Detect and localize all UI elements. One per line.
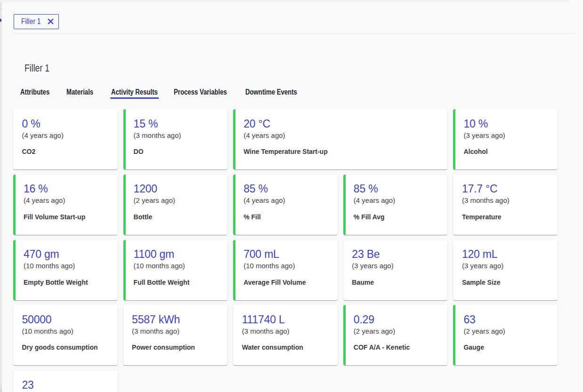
side-panel-hairline: [0, 4, 2, 4]
metric-value: 15 %: [134, 117, 222, 130]
metric-value: 120 mL: [462, 248, 552, 261]
metric-age: (2 years ago): [354, 327, 442, 335]
metric-label: Bottle: [134, 213, 222, 222]
metric-value: 470 gm: [24, 248, 112, 261]
page-title: Filler 1: [24, 63, 49, 74]
metric-card: 10 % (3 years ago) Alcohol: [453, 109, 558, 169]
metric-value: 0.29: [354, 313, 442, 326]
metric-label: Dry goods consumption: [22, 344, 112, 352]
metric-label: Power consumption: [132, 344, 222, 352]
metric-value: 111740 L: [242, 313, 332, 326]
tab-label: Activity Results: [111, 88, 158, 97]
metric-age: (4 years ago): [24, 196, 112, 204]
metric-label: % Fill: [243, 213, 332, 222]
metric-card: 23: [13, 370, 118, 392]
metric-age: (2 years ago): [134, 196, 222, 204]
metric-card: 15 % (3 months ago) DO: [123, 109, 228, 169]
metric-card: 1100 gm (10 months ago) Full Bottle Weig…: [123, 240, 228, 300]
top-edge-strip: [0, 0, 569, 2]
tab-label: Downtime Events: [245, 88, 297, 97]
metric-value: 85 %: [354, 182, 442, 195]
metric-card: 700 mL (10 months ago) Average Fill Volu…: [233, 240, 338, 300]
metric-age: (4 years ago): [243, 196, 332, 204]
metric-card: 85 % (4 years ago) % Fill: [233, 175, 338, 235]
metric-label: Average Fill Volume: [243, 279, 332, 287]
metric-value: 50000: [22, 313, 112, 326]
metric-age: (3 years ago): [352, 262, 442, 270]
filter-chip[interactable]: Filler 1: [14, 14, 59, 29]
metric-age: (3 months ago): [134, 131, 222, 139]
tab-label: Process Variables: [174, 88, 227, 97]
metric-label: Fill Volume Start-up: [24, 213, 112, 222]
metric-value: 23 Be: [352, 248, 442, 261]
screen: Filler 1 Filler 1 Attributes Materials A…: [0, 0, 583, 392]
tab-activity-results[interactable]: Activity Results: [111, 88, 168, 98]
metric-label: % Fill Avg: [354, 213, 442, 222]
metric-value: 10 %: [463, 117, 552, 130]
metric-value: 1200: [134, 182, 222, 195]
tab-materials[interactable]: Materials: [66, 88, 99, 98]
metric-card: 85 % (4 years ago) % Fill Avg: [343, 175, 448, 235]
metric-card: 63 (2 years ago) Gauge: [453, 305, 558, 365]
metric-age: (3 months ago): [242, 327, 332, 335]
metric-card: 20 °C (4 years ago) Wine Temperature Sta…: [233, 109, 447, 169]
metric-card: 50000 (10 months ago) Dry goods consumpt…: [13, 305, 118, 365]
side-panel-edge-notch: [0, 390, 2, 392]
metric-card: 0.29 (2 years ago) COF A/A - Kenetic: [343, 305, 448, 365]
metric-value: 16 %: [24, 182, 112, 195]
metric-age: (3 years ago): [462, 262, 552, 270]
collapsed-side-panel-edge[interactable]: [0, 2, 2, 392]
cards-grid: 0 % (4 years ago) CO2 15 % (3 months ago…: [13, 109, 558, 392]
metric-age: (4 years ago): [243, 131, 442, 139]
tab-downtime-events[interactable]: Downtime Events: [245, 88, 308, 98]
metric-value: 20 °C: [243, 117, 442, 130]
side-panel-edge-top: [0, 2, 2, 28]
metric-age: (2 years ago): [463, 327, 552, 335]
metric-card: 23 Be (3 years ago) Baume: [343, 240, 448, 300]
tab-attributes[interactable]: Attributes: [20, 88, 56, 98]
metric-card: 16 % (4 years ago) Fill Volume Start-up: [13, 175, 118, 235]
expand-panel-icon[interactable]: [0, 18, 2, 22]
divider: [13, 33, 575, 34]
metric-label: DO: [134, 148, 222, 156]
metric-age: (3 months ago): [132, 327, 222, 335]
metric-card: 111740 L (3 months ago) Water consumptio…: [233, 305, 338, 365]
tab-process-variables[interactable]: Process Variables: [174, 88, 238, 98]
metric-value: 1100 gm: [134, 248, 222, 261]
metric-card: 120 mL (3 years ago) Sample Size: [453, 240, 558, 300]
metric-age: (10 months ago): [243, 262, 332, 270]
metric-label: Water consumption: [242, 344, 332, 352]
metric-age: (10 months ago): [134, 262, 222, 270]
metric-value: 0 %: [22, 117, 112, 130]
metric-card: 17.7 °C (3 months ago) Temperature: [453, 175, 558, 235]
metric-label: Sample Size: [462, 279, 552, 287]
metric-value: 5587 kWh: [132, 313, 222, 326]
filter-chip-label: Filler 1: [21, 17, 41, 26]
metric-value: 700 mL: [243, 248, 332, 261]
metric-value: 63: [463, 313, 552, 326]
metric-label: Alcohol: [463, 148, 552, 156]
close-icon[interactable]: [47, 18, 54, 25]
metric-age: (3 months ago): [462, 196, 552, 204]
metric-value: 85 %: [243, 182, 332, 195]
metric-value: 23: [22, 378, 112, 392]
metric-age: (4 years ago): [22, 131, 112, 139]
metric-card: 1200 (2 years ago) Bottle: [123, 175, 228, 235]
metric-label: Full Bottle Weight: [134, 279, 222, 287]
tab-bar: Attributes Materials Activity Results Pr…: [0, 88, 583, 99]
metric-age: (10 months ago): [22, 327, 112, 335]
side-panel-hairline: [0, 8, 2, 8]
metric-age: (3 years ago): [463, 131, 552, 139]
metric-label: CO2: [22, 148, 112, 156]
metric-value: 17.7 °C: [462, 182, 552, 195]
metric-age: (10 months ago): [24, 262, 112, 270]
metric-card: 0 % (4 years ago) CO2: [13, 109, 118, 169]
tab-label: Materials: [66, 88, 93, 97]
metric-card: 470 gm (10 months ago) Empty Bottle Weig…: [13, 240, 118, 300]
metric-label: Temperature: [462, 213, 552, 222]
metric-card: 5587 kWh (3 months ago) Power consumptio…: [123, 305, 228, 365]
metric-label: Empty Bottle Weight: [24, 279, 112, 287]
metric-label: Wine Temperature Start-up: [243, 148, 442, 156]
metric-label: Baume: [352, 279, 442, 287]
metric-label: Gauge: [463, 344, 552, 352]
